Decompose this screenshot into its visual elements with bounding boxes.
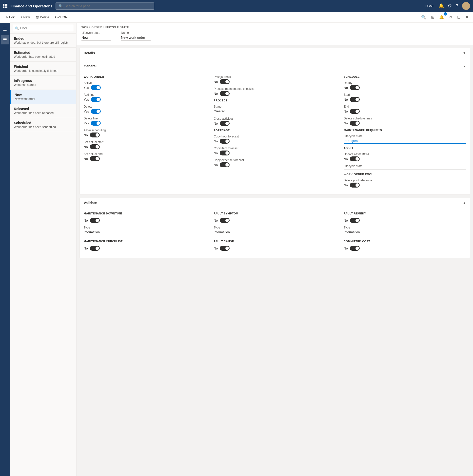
fault-cause-col: FAULT CAUSE No — [214, 240, 336, 254]
sidebar-filter-input[interactable] — [13, 25, 73, 31]
add-line-field: Add line Yes — [84, 93, 206, 102]
search-bar[interactable]: 🔍 — [56, 2, 154, 10]
sidebar-filter-container: 🔍 — [10, 23, 76, 34]
validate-grid-2: MAINTENANCE CHECKLIST No FAULT CAUSE — [84, 240, 466, 254]
allow-scheduling-toggle[interactable] — [90, 133, 100, 137]
process-maintenance-toggle[interactable] — [220, 91, 230, 96]
details-section-header[interactable]: Details ▼ — [80, 48, 470, 58]
maximize-button[interactable]: ⊡ — [456, 13, 462, 21]
maint-downtime-type-value: Information — [84, 230, 206, 235]
sidebar-item-new[interactable]: New New work order — [10, 90, 76, 104]
add-line-toggle[interactable] — [91, 97, 101, 102]
copy-item-field: Copy item forecast No — [214, 147, 336, 155]
maint-checklist-toggle[interactable] — [90, 246, 100, 251]
svg-rect-1 — [5, 4, 6, 5]
grid-view-button[interactable]: ⊞ — [430, 13, 436, 21]
edit-button[interactable]: ✎ Edit — [3, 14, 17, 20]
record-header: WORK ORDER LIFECYCLE STATE Lifecycle sta… — [77, 23, 473, 45]
waffle-menu[interactable] — [3, 4, 7, 8]
general-chevron-icon[interactable]: ▲ — [463, 64, 466, 68]
sidebar-item-finished[interactable]: Finished Work order is completely finish… — [10, 62, 76, 76]
copy-expense-field: Copy expense forecast No — [214, 158, 336, 167]
fault-cause-toggle[interactable] — [220, 246, 230, 251]
right-column: SCHEDULE Ready No Start No — [344, 75, 466, 190]
work-order-column: WORK ORDER Active Yes Add line Yes — [84, 75, 206, 190]
fault-remedy-toggle-field: No — [344, 218, 466, 223]
delete-icon: 🗑 — [36, 15, 39, 19]
search-toggle-button[interactable]: 🔍 — [420, 13, 428, 21]
badge-count: 0 — [444, 12, 447, 16]
end-field: End No — [344, 105, 466, 114]
new-button[interactable]: + New — [18, 14, 32, 20]
menu-toggle-icon[interactable]: ☰ — [1, 25, 9, 34]
help-icon[interactable]: ? — [456, 3, 458, 9]
lifecycle-state-field: Lifecycle state New — [81, 31, 111, 41]
options-button[interactable]: OPTIONS — [53, 14, 72, 20]
committed-cost-col: COMMITTED COST No — [344, 240, 466, 254]
top-navigation: Finance and Operations 🔍 USMF 🔔 ⚙ ? — [0, 0, 473, 12]
notification-badge[interactable]: 🔔 0 — [438, 13, 446, 21]
sidebar: 🔍 Ended Work has ended, but there are st… — [10, 23, 77, 476]
mr-lifecycle-field: Lifecycle state InProgress — [344, 134, 466, 144]
stage-field: Stage Created — [214, 105, 336, 114]
delete-toggle[interactable] — [91, 109, 101, 114]
close-button[interactable]: ✕ — [464, 13, 470, 21]
maint-downtime-toggle-field: No — [84, 218, 206, 223]
delete-pool-toggle[interactable] — [350, 183, 360, 188]
top-nav-actions: USMF 🔔 ⚙ ? — [425, 2, 470, 10]
post-journals-toggle[interactable] — [220, 79, 230, 84]
ready-toggle[interactable] — [350, 85, 360, 90]
validate-section-header[interactable]: Validate ▲ — [80, 198, 470, 208]
delete-button[interactable]: 🗑 Delete — [33, 14, 52, 20]
settings-icon[interactable]: ⚙ — [448, 3, 452, 9]
command-bar-right: 🔍 ⊞ 🔔 0 ↻ ⊡ ✕ — [420, 13, 470, 21]
copy-hour-toggle[interactable] — [220, 139, 230, 144]
main-layout: ☰ ☰ 🔍 Ended Work has ended, but there ar… — [0, 23, 473, 476]
validate-section-body: MAINTENANCE DOWNTIME No Type Information — [80, 208, 470, 258]
fault-symptom-type-field: Type Information — [214, 226, 336, 235]
fault-remedy-type-value: Information — [344, 230, 466, 235]
list-icon[interactable]: ☰ — [1, 35, 9, 44]
post-journals-field: Post journals No — [214, 75, 336, 84]
sidebar-item-estimated[interactable]: Estimated Work order has been estimated — [10, 48, 76, 62]
content-area: WORK ORDER LIFECYCLE STATE Lifecycle sta… — [77, 23, 473, 476]
delete-schedule-toggle[interactable] — [350, 121, 360, 126]
mr-lifecycle-value[interactable]: InProgress — [344, 139, 466, 144]
refresh-button[interactable]: ↻ — [448, 13, 454, 21]
asset-lifecycle-value — [344, 169, 466, 170]
set-actual-start-toggle[interactable] — [90, 144, 100, 149]
app-title: Finance and Operations — [10, 4, 53, 8]
close-activities-toggle[interactable] — [220, 121, 230, 126]
committed-cost-toggle[interactable] — [350, 246, 360, 251]
svg-rect-6 — [3, 7, 4, 8]
set-actual-start-field: Set actual start No — [84, 140, 206, 149]
svg-rect-5 — [6, 5, 7, 7]
copy-expense-toggle[interactable] — [220, 162, 230, 167]
set-actual-end-toggle[interactable] — [90, 156, 100, 161]
details-section-body: General ▲ WORK ORDER Active Yes — [80, 58, 470, 194]
svg-rect-4 — [5, 5, 6, 7]
lifecycle-state-value: New — [81, 36, 111, 41]
active-toggle[interactable] — [91, 85, 101, 90]
search-input[interactable] — [65, 4, 151, 8]
start-toggle[interactable] — [350, 97, 360, 102]
maint-downtime-toggle[interactable] — [90, 218, 100, 223]
notification-icon[interactable]: 🔔 — [438, 3, 444, 9]
sidebar-item-ended[interactable]: Ended Work has ended, but there are stil… — [10, 34, 76, 48]
avatar[interactable] — [462, 2, 470, 10]
fault-remedy-col: FAULT REMEDY No Type Information — [344, 212, 466, 235]
end-toggle[interactable] — [350, 109, 360, 114]
fault-remedy-toggle[interactable] — [350, 218, 360, 223]
sidebar-item-inprogress[interactable]: InProgress Work has started — [10, 76, 76, 90]
update-asset-bom-toggle[interactable] — [350, 156, 360, 161]
sidebar-item-scheduled[interactable]: Scheduled Work order has been scheduled — [10, 118, 76, 132]
maintenance-checklist-col: MAINTENANCE CHECKLIST No — [84, 240, 206, 254]
delete-line-toggle[interactable] — [91, 121, 101, 126]
fault-symptom-toggle[interactable] — [220, 218, 230, 223]
org-label: USMF — [425, 4, 434, 8]
asset-lifecycle-field: Lifecycle state — [344, 164, 466, 170]
process-maintenance-field: Process maintenance checklist No — [214, 87, 336, 96]
sidebar-item-released[interactable]: Released Work order has been released — [10, 104, 76, 118]
copy-item-toggle[interactable] — [220, 151, 230, 155]
command-bar: ✎ Edit + New 🗑 Delete OPTIONS 🔍 ⊞ 🔔 0 ↻ … — [0, 12, 473, 23]
